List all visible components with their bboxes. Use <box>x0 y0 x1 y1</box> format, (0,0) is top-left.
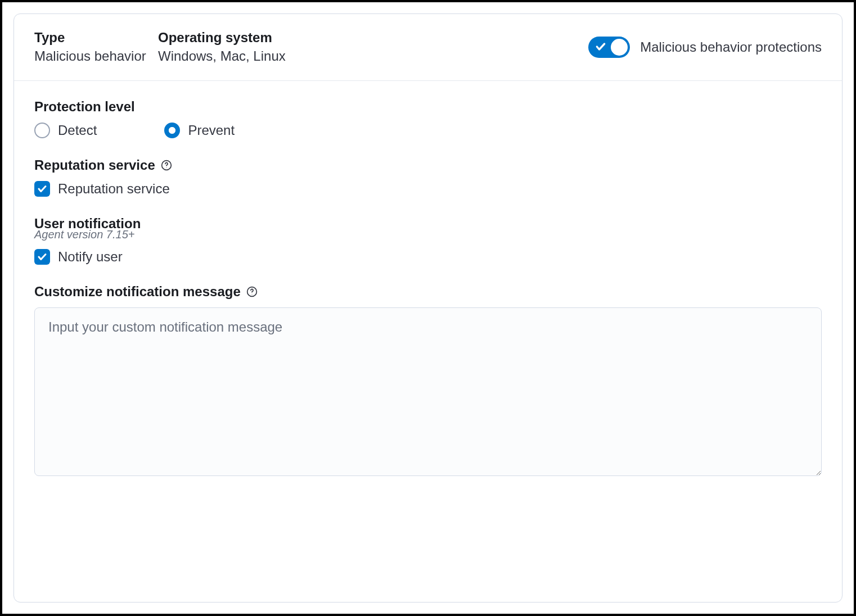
reputation-service-title-text: Reputation service <box>34 157 155 173</box>
check-icon <box>595 41 606 52</box>
svg-point-1 <box>166 167 166 167</box>
panel-body: Protection level Detect Prevent Reputati… <box>14 81 842 495</box>
protections-toggle[interactable] <box>588 37 630 58</box>
panel-header: Type Malicious behavior Operating system… <box>14 14 842 81</box>
os-value: Windows, Mac, Linux <box>158 48 588 65</box>
type-label: Type <box>34 30 158 46</box>
custom-message-textarea[interactable] <box>34 307 822 476</box>
protection-level-title: Protection level <box>34 99 822 115</box>
reputation-service-checkbox[interactable]: Reputation service <box>34 181 822 197</box>
notify-user-checkbox[interactable]: Notify user <box>34 249 822 265</box>
radio-prevent-label: Prevent <box>188 123 235 138</box>
radio-detect[interactable]: Detect <box>34 123 97 138</box>
radio-detect-label: Detect <box>58 123 97 138</box>
checkbox-checked-icon <box>34 181 50 197</box>
help-icon[interactable] <box>161 160 172 171</box>
user-notification-subtitle: Agent version 7.15+ <box>34 228 822 241</box>
svg-point-3 <box>251 293 252 294</box>
protections-toggle-label: Malicious behavior protections <box>640 39 822 55</box>
radio-circle-selected-icon <box>164 123 180 138</box>
notify-user-checkbox-label: Notify user <box>58 249 123 265</box>
reputation-service-checkbox-label: Reputation service <box>58 181 170 197</box>
settings-panel: Type Malicious behavior Operating system… <box>13 13 843 603</box>
type-value: Malicious behavior <box>34 48 158 65</box>
type-column: Type Malicious behavior <box>34 30 158 65</box>
custom-message-title-text: Customize notification message <box>34 284 241 300</box>
os-column: Operating system Windows, Mac, Linux <box>158 30 588 65</box>
reputation-service-title: Reputation service <box>34 157 822 173</box>
protection-level-radios: Detect Prevent <box>34 123 822 138</box>
custom-message-title: Customize notification message <box>34 284 822 300</box>
radio-prevent[interactable]: Prevent <box>164 123 235 138</box>
protections-toggle-group: Malicious behavior protections <box>588 37 822 58</box>
os-label: Operating system <box>158 30 588 46</box>
radio-circle-icon <box>34 123 50 138</box>
custom-message-field <box>34 307 822 478</box>
checkbox-checked-icon <box>34 249 50 265</box>
help-icon[interactable] <box>246 286 258 297</box>
toggle-knob <box>610 38 629 57</box>
